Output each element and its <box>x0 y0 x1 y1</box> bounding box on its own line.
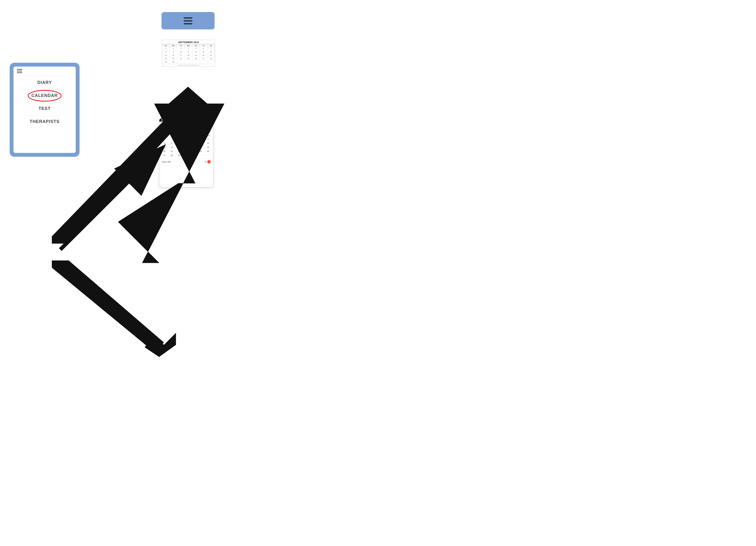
cal-cell[interactable]: 22 <box>162 57 170 60</box>
day-header-mon: Mon <box>170 44 177 47</box>
cal-day[interactable]: 15 <box>175 145 182 149</box>
day-header-fri: Fri <box>200 44 207 47</box>
sep-cal-footer: Printable Calendars from 123calendars.co… <box>162 64 215 66</box>
day-header-thu: Thu <box>192 44 200 47</box>
cal-day[interactable]: 27 <box>161 153 168 157</box>
carrier-label: PROTO.IO <box>178 119 185 121</box>
cal-cell[interactable]: 21 <box>207 54 215 57</box>
cal-cell[interactable]: 23 <box>170 57 177 60</box>
search-field[interactable]: 🔍 Search <box>164 123 205 127</box>
svg-marker-6 <box>145 333 176 357</box>
cal-day[interactable]: 9 <box>182 141 190 145</box>
cal-cell[interactable]: 20 <box>200 54 207 57</box>
cal-cell[interactable]: 2 <box>170 47 177 50</box>
diary-section: Diary title ✎ − <box>159 158 213 165</box>
nav-item-test[interactable]: TEST <box>13 103 76 114</box>
month-title: December 2016 <box>177 130 196 133</box>
cal-day[interactable]: 1 <box>182 137 190 141</box>
today-indicator[interactable]: 8 <box>175 141 182 143</box>
cal-day[interactable]: 3 <box>197 137 204 141</box>
cal-cell[interactable]: 11 <box>185 50 192 54</box>
cal-day[interactable]: 8 <box>175 141 182 145</box>
cal-cell[interactable]: 15 <box>162 54 170 57</box>
diary-content-area[interactable] <box>161 166 211 185</box>
cal-day[interactable]: 23 <box>182 149 190 153</box>
cal-cell[interactable]: 9 <box>170 50 177 54</box>
cal-cell[interactable]: 8 <box>162 50 170 54</box>
signal-dot <box>161 119 162 121</box>
cal-day[interactable]: 2 <box>190 137 197 141</box>
cal-cell[interactable]: 13 <box>200 50 207 54</box>
cal-cell[interactable]: 17 <box>177 54 185 57</box>
cal-cell[interactable]: 18 <box>185 54 192 57</box>
cal-day: · <box>204 153 212 157</box>
day-header-sun: Sun <box>162 44 170 47</box>
cal-cell[interactable]: 25 <box>185 57 192 60</box>
cal-cell[interactable]: 4 <box>185 47 192 50</box>
nav-item-therapists[interactable]: THERAPISTS <box>13 116 76 127</box>
cal-day[interactable]: 26 <box>204 149 212 153</box>
battery-indicator: 90% <box>208 119 211 121</box>
hamburger-icon <box>184 17 192 24</box>
cal-cell[interactable]: 12 <box>192 50 200 54</box>
cal-day[interactable]: 17 <box>190 145 197 149</box>
cal-day[interactable]: 11 <box>197 141 204 145</box>
cal-day <box>168 137 175 141</box>
next-month-button[interactable]: › <box>210 130 211 133</box>
time-display: 11:42 <box>195 119 199 121</box>
cal-cell[interactable]: 16 <box>170 54 177 57</box>
cal-day[interactable]: 10 <box>190 141 197 145</box>
cal-day[interactable]: 13 <box>161 145 168 149</box>
cal-cell[interactable]: 6 <box>200 47 207 50</box>
cal-cell[interactable]: 3 <box>177 47 185 50</box>
cal-cell[interactable]: 10 <box>177 50 185 54</box>
cal-cell <box>200 60 207 64</box>
signal-indicator <box>161 119 169 121</box>
svg-line-3 <box>60 149 161 249</box>
cal-day[interactable]: 29 <box>175 153 182 157</box>
cal-day[interactable]: 12 <box>204 141 212 145</box>
cal-day[interactable]: 18 <box>197 145 204 149</box>
cal-cell[interactable]: 1 <box>162 47 170 50</box>
cal-day[interactable]: 21 <box>168 149 175 153</box>
cal-day[interactable]: 16 <box>182 145 190 149</box>
diary-remove-button[interactable]: − <box>207 160 211 163</box>
cal-cell[interactable]: 14 <box>207 50 215 54</box>
day-label-tue: TUE <box>168 134 175 137</box>
svg-marker-2 <box>118 241 164 285</box>
cal-day[interactable]: 20 <box>161 149 168 153</box>
cal-cell[interactable]: 19 <box>192 54 200 57</box>
cal-cell[interactable]: 30 <box>170 60 177 64</box>
cal-cell[interactable]: 28 <box>207 57 215 60</box>
day-headers: MON TUE WED THU FRI SAT SUN <box>159 134 213 137</box>
cal-day[interactable]: 14 <box>168 145 175 149</box>
add-button[interactable]: + <box>207 123 211 127</box>
menu-button[interactable] <box>162 12 215 29</box>
cal-day[interactable]: 6 <box>168 141 175 145</box>
cal-cell[interactable]: 29 <box>162 60 170 64</box>
nav-item-calendar[interactable]: CALENDAR <box>13 90 76 101</box>
cal-day[interactable]: 5 <box>161 141 168 145</box>
prev-month-button[interactable]: ‹ <box>162 130 163 133</box>
cal-cell[interactable]: 24 <box>177 57 185 60</box>
cal-day[interactable]: 28 <box>168 153 175 157</box>
cal-day[interactable]: 31 <box>190 153 197 157</box>
cal-day[interactable]: 24 <box>190 149 197 153</box>
phone-hamburger-icon <box>17 69 22 73</box>
cal-day[interactable]: 4 <box>204 137 212 141</box>
cal-cell[interactable]: 7 <box>207 47 215 50</box>
cal-day[interactable]: 30 <box>182 153 190 157</box>
cal-day[interactable]: 19 <box>204 145 212 149</box>
nav-item-diary[interactable]: DIARY <box>13 77 76 88</box>
cal-day[interactable]: 25 <box>197 149 204 153</box>
day-header-sat: Sat <box>207 44 215 47</box>
cal-cell[interactable]: 5 <box>192 47 200 50</box>
diary-edit-icon[interactable]: ✎ <box>204 161 206 163</box>
cal-cell[interactable]: 27 <box>200 57 207 60</box>
cal-day[interactable]: 22 <box>175 149 182 153</box>
divider <box>20 89 69 89</box>
mobile-app-calendar: PROTO.IO 11:42 90% ‹ 🔍 Search + ‹ Decemb… <box>159 118 213 187</box>
cal-cell[interactable]: 26 <box>192 57 200 60</box>
svg-marker-5 <box>52 260 164 352</box>
back-arrow-icon[interactable]: ‹ <box>161 123 162 127</box>
